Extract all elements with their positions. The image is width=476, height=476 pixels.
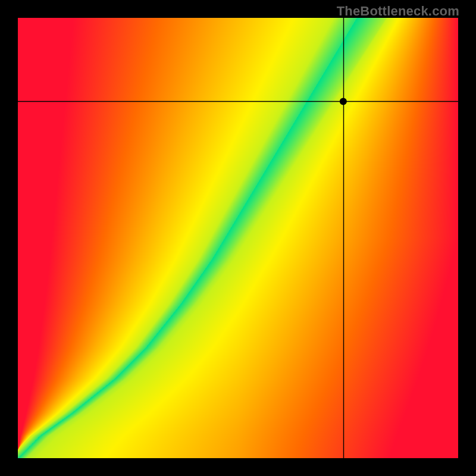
chart-frame: TheBottleneck.com (0, 0, 476, 476)
bottleneck-heatmap (18, 18, 458, 458)
watermark-text: TheBottleneck.com (337, 4, 459, 19)
